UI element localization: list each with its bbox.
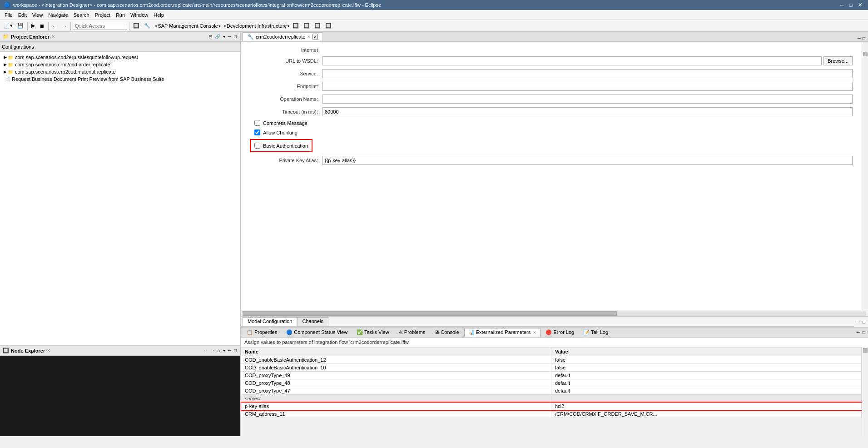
operation-name-input[interactable] [322,95,853,104]
node-back-btn[interactable]: ← [202,348,208,353]
menu-project[interactable]: Project [92,11,113,19]
toolbar-back[interactable]: ← [50,21,59,30]
tasks-view-tab[interactable]: ✅ Tasks View [352,328,393,337]
toolbar-new[interactable]: 📄▾ [2,21,15,30]
externalized-params-tab[interactable]: 📊 Externalized Parameters ✕ [464,328,541,337]
endpoint-input[interactable] [322,82,853,91]
right-scrollbar[interactable] [862,42,868,310]
project-explorer-title: Project Explorer [11,34,50,40]
model-config-tab[interactable]: Model Configuration [243,317,297,326]
url-wsdl-input[interactable] [322,56,822,65]
bottom-scrollbar[interactable] [862,347,868,436]
minimize-button[interactable]: ─ [838,2,846,8]
node-forward-btn[interactable]: → [209,348,216,353]
editor-tab-close[interactable]: ✕ [312,34,318,40]
console-tab[interactable]: 🖥 Console [430,328,463,337]
endpoint-row: Endpoint: [250,82,853,91]
panel-menu-btn[interactable]: ▾ [222,34,226,40]
timeout-input[interactable] [322,107,853,116]
basic-auth-checkbox[interactable] [254,143,260,149]
link-with-editor-btn[interactable]: 🔗 [214,34,221,40]
component-status-tab[interactable]: 🔵 Component Status View [282,328,352,337]
mc-maximize-btn[interactable]: □ [862,319,866,325]
menu-file[interactable]: File [2,11,15,19]
tree-item-salesquote[interactable]: ▶ 📁 com.sap.scenarios.cod2erp.salesquote… [2,54,238,61]
table-row[interactable]: COD_enableBasicAuthentication_12false [241,356,862,364]
menu-window[interactable]: Window [128,11,151,19]
sap-mgmt-console-btn[interactable]: <SAP Management Console> [155,23,221,29]
problems-tab[interactable]: ⚠ Problems [394,328,430,337]
menu-search[interactable]: Search [71,11,92,19]
toolbar-perspective1[interactable]: 🔲 [131,21,141,30]
compress-message-checkbox[interactable] [254,120,260,126]
maximize-button[interactable]: □ [848,2,854,8]
table-row[interactable]: p-key-aliashci2 [241,403,862,410]
bp-minimize-btn[interactable]: ─ [856,329,861,335]
channels-tab[interactable]: Channels [297,317,328,326]
horizontal-scrollbar[interactable] [241,310,868,316]
maximize-panel-btn[interactable]: □ [233,34,238,40]
menu-run[interactable]: Run [113,11,128,19]
private-key-input[interactable] [322,156,853,165]
basic-auth-label: Basic Authentication [263,143,308,149]
service-row: Service: [250,69,853,78]
toolbar-ifl4[interactable]: 🔲 [323,21,333,30]
properties-icon: 📋 [247,329,253,335]
browse-button[interactable]: Browse... [823,56,853,65]
properties-tab[interactable]: 📋 Properties [243,328,281,337]
param-name-cell: COD_proxyType_47 [241,387,551,395]
collapse-all-btn[interactable]: ⊟ [208,34,213,40]
dev-infrastructure-btn[interactable]: <Development Infrastructure> [223,23,290,29]
node-menu-btn[interactable]: ▾ [222,348,226,353]
node-maximize-btn[interactable]: □ [233,348,238,353]
expand-icon-2[interactable]: ▶ [4,70,7,74]
toolbar-ifl2[interactable]: 🔲 [302,21,312,30]
editor-tab-label: crm2codorderreplicate [256,34,305,40]
error-log-tab[interactable]: 🔴 Error Log [541,328,578,337]
node-minimize-btn[interactable]: ─ [227,348,232,353]
node-home-btn[interactable]: ⌂ [217,348,221,353]
param-name-cell: COD_enableBasicAuthentication_10 [241,364,551,372]
table-row[interactable]: COD_proxyType_47default [241,387,862,395]
expand-icon-1[interactable]: ▶ [4,62,7,67]
ext-params-close: ✕ [533,330,536,335]
url-wsdl-label: URL to WSDL: [250,58,322,64]
tree-item-request-biz[interactable]: 📄 Request Business Document Print Previe… [2,75,238,83]
tree-item-erp2cod[interactable]: ▶ 📁 com.sap.scenarios.erp2cod.material.r… [2,68,238,75]
toolbar-forward[interactable]: → [60,21,69,30]
menu-edit[interactable]: Edit [15,11,30,19]
menu-navigate[interactable]: Navigate [45,11,70,19]
quick-access-input[interactable] [73,22,127,30]
toolbar-ifl1[interactable]: 🔲 [291,21,301,30]
service-input[interactable] [322,69,853,78]
tree-label-2: com.sap.scenarios.erp2cod.material.repli… [15,69,115,75]
toolbar-ifl3[interactable]: 🔲 [312,21,322,30]
basic-auth-highlight: Basic Authentication [250,139,312,152]
table-row[interactable]: COD_enableBasicAuthentication_10false [241,364,862,372]
menu-view[interactable]: View [30,11,46,19]
close-button[interactable]: ✕ [856,2,864,8]
editor-maximize-btn[interactable]: □ [862,35,866,41]
editor-minimize-btn[interactable]: ─ [857,35,862,41]
params-description: Assign values to parameters of integrati… [241,338,868,347]
toolbar-stop[interactable]: ⏹ [38,21,46,30]
toolbar-run[interactable]: ▶ [30,21,37,30]
editor-tab-crm2cod[interactable]: 🔧 crm2codorderreplicate ✕ ✕ [243,32,323,41]
configurations-tab[interactable]: Configurations [2,44,34,50]
allow-chunking-checkbox[interactable] [254,129,260,135]
table-row[interactable]: COD_proxyType_48default [241,379,862,387]
mc-minimize-btn[interactable]: ─ [856,319,861,325]
toolbar-save[interactable]: 💾 [15,21,25,30]
minimize-panel-btn[interactable]: ─ [227,34,232,40]
toolbar-perspective2[interactable]: 🔧 [142,21,152,30]
table-row[interactable]: COD_proxyType_49default [241,372,862,379]
operation-name-label: Operation Name: [250,96,322,102]
tree-item-crm2cod[interactable]: ▶ 📁 com.sap.scenarios.crm2cod.order.repl… [2,61,238,68]
table-row[interactable]: subject [241,395,862,403]
expand-icon-0[interactable]: ▶ [4,55,7,60]
menu-help[interactable]: Help [151,11,167,19]
param-value-cell[interactable]: hci2 [551,403,862,410]
bp-maximize-btn[interactable]: □ [862,329,866,335]
tail-log-tab[interactable]: 📝 Tail Log [579,328,612,337]
table-row[interactable]: CRM_address_11/CRM/COD/CRMXIF_ORDER_SAVE… [241,410,862,418]
